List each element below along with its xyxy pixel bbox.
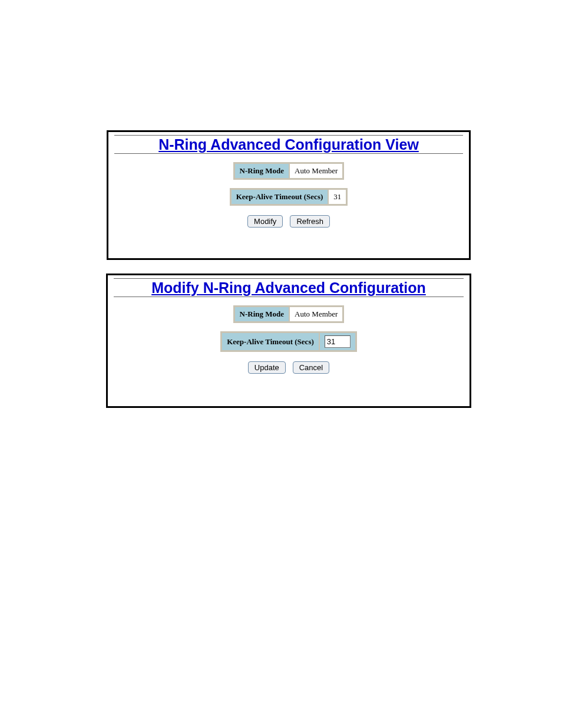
modify-button[interactable]: Modify — [247, 215, 283, 228]
modify-button-row: Update Cancel — [108, 361, 470, 374]
view-button-row: Modify Refresh — [108, 215, 469, 228]
modify-divider — [114, 297, 464, 297]
view-title-wrap: N-Ring Advanced Configuration View — [108, 135, 469, 153]
cancel-button[interactable]: Cancel — [293, 361, 329, 374]
page-container: N-Ring Advanced Configuration View N-Rin… — [0, 0, 562, 728]
view-title-link[interactable]: N-Ring Advanced Configuration View — [114, 135, 463, 153]
modify-timeout-input[interactable] — [325, 335, 351, 348]
modify-mode-label: N-Ring Mode — [234, 307, 289, 322]
modify-panel: Modify N-Ring Advanced Configuration N-R… — [106, 274, 471, 408]
view-panel: N-Ring Advanced Configuration View N-Rin… — [107, 130, 471, 260]
view-timeout-label: Keep-Alive Timeout (Secs) — [231, 189, 329, 205]
modify-timeout-input-cell — [319, 332, 356, 351]
modify-timeout-label: Keep-Alive Timeout (Secs) — [222, 332, 319, 351]
modify-mode-value: Auto Member — [289, 307, 343, 322]
view-timeout-value: 31 — [328, 189, 346, 205]
view-mode-value: Auto Member — [289, 163, 343, 179]
view-mode-label: N-Ring Mode — [234, 163, 289, 179]
modify-mode-table: N-Ring Mode Auto Member — [233, 305, 345, 323]
view-mode-table: N-Ring Mode Auto Member — [233, 162, 345, 180]
modify-title-link[interactable]: Modify N-Ring Advanced Configuration — [114, 278, 464, 297]
modify-timeout-table: Keep-Alive Timeout (Secs) — [220, 331, 357, 352]
view-timeout-table: Keep-Alive Timeout (Secs) 31 — [230, 188, 348, 206]
refresh-button[interactable]: Refresh — [290, 215, 330, 228]
modify-title-wrap: Modify N-Ring Advanced Configuration — [108, 278, 470, 297]
view-divider — [114, 153, 463, 154]
update-button[interactable]: Update — [248, 361, 286, 374]
